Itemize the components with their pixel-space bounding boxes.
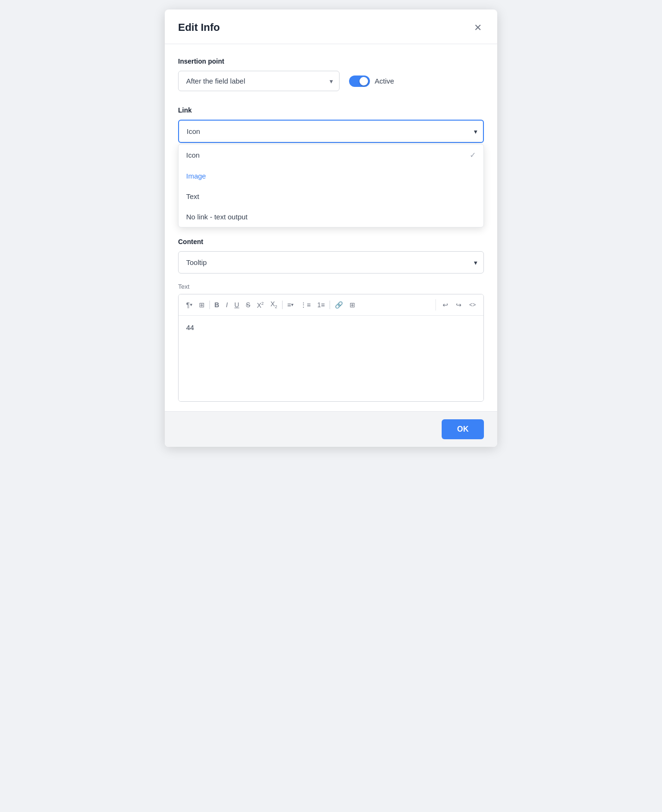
content-select-wrapper: Tooltip Modal Inline ▾ [178,251,484,274]
toggle-row: Active [349,76,394,87]
paragraph-chevron-icon: ▾ [190,302,192,307]
text-label: Text [178,283,484,290]
insertion-point-select[interactable]: After the field label Before the field l… [178,71,340,91]
undo-icon: ↩ [443,302,448,308]
bold-icon: B [215,302,219,308]
link-option-image[interactable]: Image [179,166,483,186]
insertion-point-select-wrapper: After the field label Before the field l… [178,71,340,91]
link-button[interactable]: 🔗 [332,299,346,311]
link-label: Link [178,106,484,114]
dialog-header: Edit Info ✕ [165,9,497,44]
link-section: Link Icon ▾ Icon ✓ Image Text N [178,106,484,143]
link-option-text[interactable]: Text [179,186,483,207]
active-toggle[interactable] [349,76,370,87]
strikethrough-icon: S [246,302,250,308]
checkmark-icon: ✓ [470,151,476,160]
paragraph-button[interactable]: ¶ ▾ [183,299,195,311]
source-icon: <> [469,302,476,308]
link-option-text-label: Text [186,192,199,200]
toggle-thumb [359,77,368,85]
bullet-list-icon: ⋮≡ [300,302,311,308]
table-button[interactable]: ⊞ [347,299,358,311]
subscript-button[interactable]: X2 [267,298,280,312]
align-chevron-icon: ▾ [291,302,293,307]
active-label: Active [375,77,394,85]
grid-icon: ⊞ [199,302,205,308]
superscript-icon: X2 [257,302,264,309]
link-select-display[interactable]: Icon [178,120,484,143]
toolbar-left: ¶ ▾ ⊞ B I U [183,298,435,312]
link-option-image-label: Image [186,172,206,180]
bold-button[interactable]: B [212,299,222,311]
strikethrough-button[interactable]: S [243,299,253,311]
underline-button[interactable]: U [232,299,242,311]
redo-button[interactable]: ↪ [453,299,464,311]
editor-toolbar: ¶ ▾ ⊞ B I U [179,294,483,316]
editor-text: 44 [186,323,194,331]
insertion-point-label: Insertion point [178,57,484,65]
insertion-point-row: After the field label Before the field l… [178,71,484,91]
content-label: Content [178,238,484,245]
dialog-footer: OK [165,411,497,447]
italic-icon: I [226,302,228,308]
dialog-title: Edit Info [178,21,220,34]
toolbar-divider-2 [282,301,283,309]
link-dropdown-menu: Icon ✓ Image Text No link - text output [178,144,484,227]
underline-icon: U [235,302,239,308]
grid-button[interactable]: ⊞ [196,299,208,311]
ok-button[interactable]: OK [442,419,484,439]
table-icon: ⊞ [350,302,355,308]
editor-wrapper: ¶ ▾ ⊞ B I U [178,294,484,402]
source-button[interactable]: <> [466,300,479,310]
align-button[interactable]: ≡ ▾ [284,299,296,311]
toolbar-divider-1 [209,301,210,309]
link-option-icon-label: Icon [186,151,199,159]
edit-info-dialog: Edit Info ✕ Insertion point After the fi… [165,9,497,447]
insertion-point-section: Insertion point After the field label Be… [178,57,484,91]
close-icon: ✕ [474,23,482,32]
close-button[interactable]: ✕ [472,21,484,34]
toolbar-divider-3 [330,301,330,309]
content-select[interactable]: Tooltip Modal Inline [178,251,484,274]
link-option-no-link[interactable]: No link - text output [179,207,483,227]
link-option-icon[interactable]: Icon ✓ [179,144,483,166]
link-icon: 🔗 [335,302,343,308]
link-dropdown-wrapper: Icon ▾ Icon ✓ Image Text No link - text … [178,120,484,143]
italic-button[interactable]: I [223,299,231,311]
text-section: Text ¶ ▾ ⊞ B [178,283,484,402]
subscript-icon: X2 [270,301,277,309]
redo-icon: ↪ [456,302,462,308]
undo-button[interactable]: ↩ [440,299,451,311]
numbered-list-icon: 1≡ [317,302,325,308]
content-section: Content Tooltip Modal Inline ▾ [178,238,484,274]
numbered-list-button[interactable]: 1≡ [314,299,328,311]
superscript-button[interactable]: X2 [254,299,266,311]
paragraph-icon: ¶ [186,302,190,308]
align-icon: ≡ [287,302,291,308]
link-option-no-link-label: No link - text output [186,213,247,221]
dialog-body: Insertion point After the field label Be… [165,44,497,402]
bullet-list-button[interactable]: ⋮≡ [297,299,313,311]
toolbar-right: ↩ ↪ <> [435,299,479,311]
editor-content[interactable]: 44 [179,316,483,401]
